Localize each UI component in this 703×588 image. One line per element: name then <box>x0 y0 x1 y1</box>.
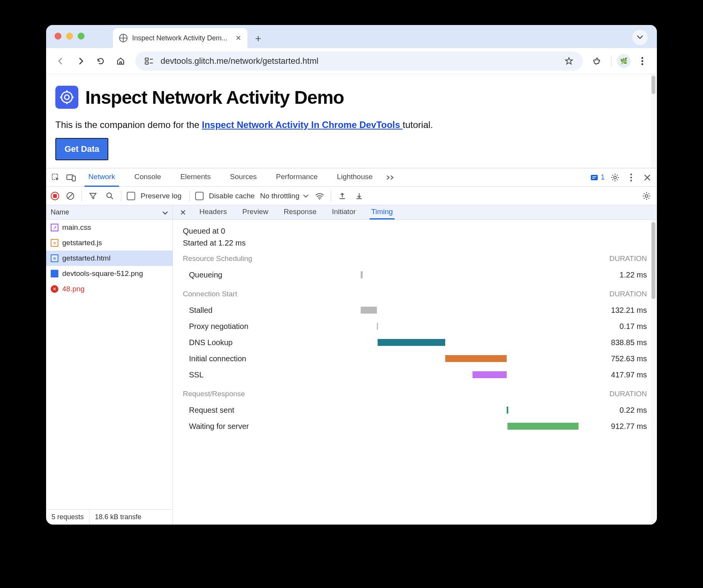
bookmark-button[interactable] <box>563 55 575 67</box>
settings-icon[interactable] <box>609 172 621 183</box>
clear-button[interactable] <box>65 190 76 202</box>
request-row[interactable]: getstarted.html <box>46 251 172 266</box>
svg-point-4 <box>642 63 643 65</box>
requests-header[interactable]: Name <box>46 205 172 220</box>
search-icon[interactable] <box>104 190 116 202</box>
request-detail: ✕ HeadersPreviewResponseInitiatorTiming … <box>173 205 657 525</box>
timing-bar-track <box>267 307 589 314</box>
browser-window: Inspect Network Activity Dem... ✕ ＋ devt… <box>46 25 657 525</box>
timing-row: Queueing1.22 ms <box>183 267 647 283</box>
disable-cache-checkbox[interactable] <box>195 192 204 200</box>
browser-tab[interactable]: Inspect Network Activity Dem... ✕ <box>113 28 247 48</box>
close-window-button[interactable] <box>55 33 61 40</box>
scrollbar-thumb[interactable] <box>652 76 655 94</box>
throttling-select[interactable]: No throttling <box>260 192 308 200</box>
timing-bar-track <box>267 371 589 378</box>
svg-rect-9 <box>72 176 75 181</box>
devtools-panel: NetworkConsoleElementsSourcesPerformance… <box>46 168 657 525</box>
maximize-window-button[interactable] <box>78 33 85 40</box>
request-row[interactable]: getstarted.js <box>46 235 172 251</box>
request-row[interactable]: devtools-square-512.png <box>46 266 172 281</box>
timing-label: Initial connection <box>183 354 267 363</box>
file-type-icon <box>51 239 58 247</box>
request-name: devtools-square-512.png <box>62 269 143 278</box>
timing-label: Waiting for server <box>183 422 267 431</box>
profile-avatar[interactable]: 🌿 <box>617 54 631 68</box>
detail-scrollbar[interactable] <box>651 220 656 525</box>
timing-row: Request sent0.22 ms <box>183 402 647 418</box>
upload-icon[interactable] <box>337 190 348 202</box>
detail-tab-headers[interactable]: Headers <box>198 205 229 219</box>
detail-tab-timing[interactable]: Timing <box>370 205 394 219</box>
timing-bar-track <box>267 407 589 414</box>
window-controls <box>55 33 85 40</box>
detail-tab-initiator[interactable]: Initiator <box>330 205 357 219</box>
timing-row: SSL417.97 ms <box>183 367 647 383</box>
devtools-tabstrip: NetworkConsoleElementsSourcesPerformance… <box>46 168 657 187</box>
timing-bar-track <box>267 339 589 346</box>
back-button[interactable] <box>52 53 69 70</box>
file-type-icon <box>51 270 58 277</box>
request-row[interactable]: main.css <box>46 220 172 235</box>
devtools-tab-performance[interactable]: Performance <box>272 168 322 187</box>
svg-point-13 <box>630 176 632 178</box>
filter-icon[interactable] <box>87 190 99 202</box>
disable-cache-label: Disable cache <box>209 192 255 200</box>
site-info-icon[interactable] <box>143 55 155 67</box>
devtools-tab-sources[interactable]: Sources <box>226 168 261 187</box>
timing-value: 752.63 ms <box>589 354 647 363</box>
forward-button[interactable] <box>72 53 89 70</box>
requests-statusbar: 5 requests 18.6 kB transfe <box>46 509 172 525</box>
request-name: getstarted.js <box>62 239 102 247</box>
get-data-button[interactable]: Get Data <box>55 138 108 160</box>
detail-tab-response[interactable]: Response <box>282 205 318 219</box>
device-toolbar-icon[interactable] <box>65 172 77 183</box>
address-bar[interactable]: devtools.glitch.me/network/getstarted.ht… <box>135 51 583 71</box>
timing-label: Proxy negotiation <box>183 322 267 331</box>
devtools-tab-elements[interactable]: Elements <box>176 168 214 187</box>
more-tabs-icon[interactable] <box>384 172 396 183</box>
kebab-icon[interactable] <box>625 172 637 183</box>
minimize-window-button[interactable] <box>66 33 73 40</box>
page-scrollbar[interactable] <box>651 74 656 168</box>
preserve-log-checkbox[interactable] <box>127 192 135 200</box>
timing-row: Proxy negotiation0.17 ms <box>183 318 647 334</box>
requests-panel: Name main.cssgetstarted.jsgetstarted.htm… <box>46 205 173 525</box>
section-header: Connection StartDURATION <box>183 290 647 298</box>
tab-overflow-button[interactable] <box>632 30 648 45</box>
network-settings-icon[interactable] <box>641 190 652 202</box>
file-type-icon <box>51 224 58 231</box>
scrollbar-thumb[interactable] <box>652 222 655 299</box>
svg-rect-10 <box>591 175 598 180</box>
new-tab-button[interactable]: ＋ <box>250 30 266 46</box>
timing-bar-segment <box>507 423 578 430</box>
tutorial-link[interactable]: Inspect Network Activity In Chrome DevTo… <box>202 120 403 130</box>
tab-title: Inspect Network Activity Dem... <box>132 34 227 42</box>
extensions-button[interactable] <box>589 53 606 70</box>
inspect-element-icon[interactable] <box>50 172 61 183</box>
svg-point-3 <box>642 60 643 62</box>
close-tab-button[interactable]: ✕ <box>235 34 241 42</box>
timing-row: Stalled132.21 ms <box>183 302 647 318</box>
home-button[interactable] <box>112 53 129 70</box>
network-conditions-icon[interactable] <box>314 190 325 202</box>
close-detail-button[interactable]: ✕ <box>177 208 189 217</box>
request-name: 48.png <box>62 285 85 293</box>
download-icon[interactable] <box>353 190 365 202</box>
svg-rect-0 <box>145 58 148 60</box>
request-row[interactable]: 48.png <box>46 281 172 297</box>
issues-indicator[interactable]: 1 <box>590 173 605 182</box>
detail-tab-preview[interactable]: Preview <box>241 205 270 219</box>
devtools-tab-network[interactable]: Network <box>85 168 119 187</box>
detail-tabs: ✕ HeadersPreviewResponseInitiatorTiming <box>173 205 657 220</box>
reload-button[interactable] <box>92 53 109 70</box>
close-devtools-button[interactable] <box>642 172 653 183</box>
devtools-tab-lighthouse[interactable]: Lighthouse <box>333 168 376 187</box>
request-name: main.css <box>62 223 91 232</box>
timing-pane: Queued at 0 Started at 1.22 ms Resource … <box>173 220 657 525</box>
menu-button[interactable] <box>634 53 651 70</box>
url-text: devtools.glitch.me/network/getstarted.ht… <box>161 56 318 66</box>
record-button[interactable] <box>51 192 59 200</box>
devtools-tab-console[interactable]: Console <box>131 168 165 187</box>
timing-bar-track <box>267 271 589 278</box>
